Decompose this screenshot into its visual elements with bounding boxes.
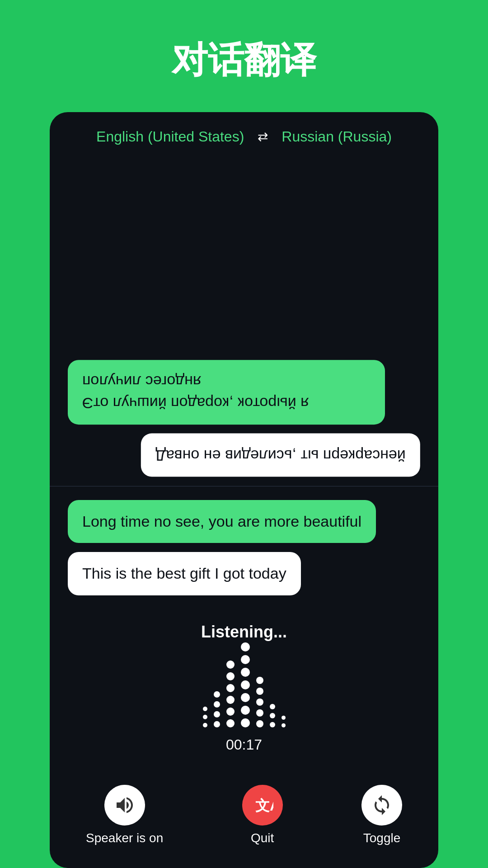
- svg-text:文A: 文A: [255, 797, 273, 814]
- main-card: English (United States) ⇄ Russian (Russi…: [50, 112, 438, 868]
- quit-icon-container: 文A: [242, 785, 283, 826]
- wave-col-2: [214, 691, 220, 727]
- toggle-icon: [371, 794, 393, 816]
- quit-button[interactable]: 文A Quit: [242, 785, 283, 845]
- wave-col-6: [270, 704, 275, 727]
- language-bar: English (United States) ⇄ Russian (Russi…: [50, 112, 438, 161]
- wave-col-5: [256, 677, 263, 727]
- speaker-button[interactable]: Speaker is on: [86, 785, 163, 845]
- speaker-icon: [114, 794, 136, 816]
- wave-col-4: [241, 642, 250, 727]
- messages-lower-section: Long time no see, you are more beautiful…: [50, 486, 438, 609]
- wave-col-7: [282, 716, 286, 727]
- speaker-icon-container: [104, 785, 145, 826]
- recording-timer: 00:17: [226, 736, 262, 753]
- wave-col-3: [226, 660, 235, 727]
- toggle-button[interactable]: Toggle: [361, 785, 402, 845]
- message-bubble-flipped-1: Это лучший подарок, который я получил се…: [68, 360, 385, 425]
- target-language[interactable]: Russian (Russia): [282, 128, 392, 145]
- speaker-label: Speaker is on: [86, 831, 163, 845]
- listening-section: Listening...: [50, 609, 438, 776]
- bottom-controls: Speaker is on 文A Quit Toggle: [50, 776, 438, 868]
- toggle-icon-container: [361, 785, 402, 826]
- source-language[interactable]: English (United States): [96, 128, 244, 145]
- listening-status: Listening...: [201, 623, 287, 642]
- message-bubble-1: Long time no see, you are more beautiful: [68, 500, 376, 543]
- toggle-label: Toggle: [363, 831, 401, 845]
- wave-col-1: [203, 707, 207, 727]
- message-bubble-2: This is the best gift I got today: [68, 552, 301, 595]
- message-bubble-flipped-2: Давно не виделись, ты прекрасней: [141, 434, 420, 477]
- swap-languages-icon[interactable]: ⇄: [258, 129, 268, 144]
- waveform-visual: [203, 655, 286, 727]
- quit-label: Quit: [251, 831, 274, 845]
- messages-upper-section: Это лучший подарок, который я получил се…: [50, 161, 438, 486]
- translate-icon: 文A: [252, 794, 273, 816]
- app-title: 对话翻译: [172, 36, 316, 85]
